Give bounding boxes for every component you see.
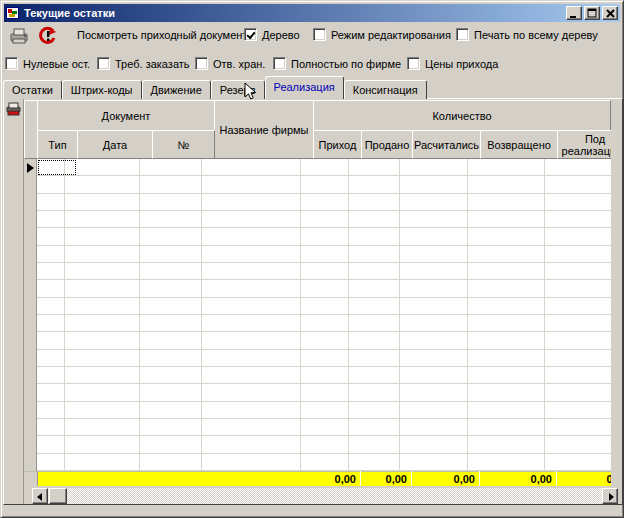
tab-ostatki-label: Остатки (12, 84, 53, 96)
custody-checkbox-box[interactable] (195, 57, 208, 70)
app-window: Текущие остатки Посмотреть приходный док… (0, 0, 624, 518)
header-col-raschitalis: Расчитались (412, 130, 481, 159)
need-order-checkbox-label: Треб. заказать (115, 58, 190, 70)
grid-print-button[interactable] (6, 102, 21, 116)
totals-empty-data (77, 471, 152, 486)
tab-ostatki[interactable]: Остатки (3, 80, 62, 99)
grid-body[interactable] (24, 159, 611, 471)
custody-checkbox[interactable]: Отв. хран. (195, 57, 265, 70)
zero-balance-checkbox-box[interactable] (5, 57, 18, 70)
header-col-vozvrashcheno: Возвращено (480, 130, 558, 159)
print-whole-tree-checkbox[interactable]: Печать по всему дереву (456, 28, 598, 41)
scroll-left-button[interactable] (32, 488, 48, 504)
refresh-button[interactable] (37, 26, 59, 48)
header-col-data: Дата (77, 130, 153, 159)
print-whole-tree-checkbox-label: Печать по всему дереву (474, 29, 598, 41)
totals-row: 0,00 0,00 0,00 0,00 0,00 (24, 471, 611, 486)
income-prices-checkbox-label: Цены прихода (425, 58, 498, 70)
grid-vline (544, 159, 545, 471)
edit-mode-checkbox-box[interactable] (313, 28, 326, 41)
grid-vline (467, 159, 468, 471)
minimize-button[interactable] (566, 6, 582, 20)
grid-corner-header (24, 100, 38, 159)
grid-vline (300, 159, 301, 471)
totals-raschitalis: 0,00 (412, 471, 479, 486)
totals-prodano: 0,00 (361, 471, 411, 486)
grid-vline (348, 159, 349, 471)
need-order-checkbox[interactable]: Треб. заказать (97, 57, 190, 70)
income-prices-checkbox-box[interactable] (407, 57, 420, 70)
zero-balance-checkbox-label: Нулевые ост. (23, 58, 90, 70)
current-row-indicator (27, 163, 34, 173)
grid-vline (64, 159, 65, 471)
custody-checkbox-label: Отв. хран. (213, 58, 265, 70)
tab-dvizhenie[interactable]: Движение (142, 80, 211, 99)
header-col-prodano: Продано (361, 130, 413, 159)
right-arrow-icon (609, 493, 614, 501)
need-order-checkbox-box[interactable] (97, 57, 110, 70)
scrollbar-thumb[interactable] (49, 488, 67, 504)
totals-empty-firm (214, 471, 313, 486)
totals-empty-tip (38, 471, 77, 486)
open-doc-label: Посмотреть приходный документ (77, 29, 247, 41)
tab-shtrih-kody-label: Штрих-коды (71, 84, 133, 96)
print-whole-tree-checkbox-box[interactable] (456, 28, 469, 41)
app-icon (6, 6, 20, 20)
window-controls (566, 6, 618, 20)
tree-checkbox[interactable]: Дерево (244, 28, 300, 41)
header-col-pod-realizaciej: Под реализацией (557, 130, 611, 159)
header-col-tip: Тип (37, 130, 78, 159)
whole-firm-checkbox-label: Полностью по фирме (291, 58, 401, 70)
scroll-right-button[interactable] (602, 488, 618, 504)
whole-firm-checkbox-box[interactable] (273, 57, 286, 70)
grid-vline (399, 159, 400, 471)
tree-checkbox-box[interactable] (244, 28, 257, 41)
header-col-firm: Название фирмы (214, 100, 314, 159)
grid-vline (201, 159, 202, 471)
grid-vline (139, 159, 140, 471)
header-group-quantity: Количество (313, 100, 611, 131)
tab-shtrih-kody[interactable]: Штрих-коды (62, 80, 142, 99)
whole-firm-checkbox[interactable]: Полностью по фирме (273, 57, 401, 70)
titlebar[interactable]: Текущие остатки (4, 4, 620, 22)
totals-prihod: 0,00 (313, 471, 360, 486)
tab-rezerv[interactable]: Резерв (211, 80, 265, 99)
tab-realizaciya[interactable]: Реализация (265, 76, 344, 99)
horizontal-scrollbar[interactable] (32, 488, 618, 504)
tab-rezerv-label: Резерв (220, 84, 256, 96)
window-title: Текущие остатки (24, 7, 566, 19)
grid-side-strip (4, 99, 24, 504)
tree-checkbox-label: Дерево (262, 29, 300, 41)
tab-bar: Остатки Штрих-коды Движение Резерв Реали… (3, 77, 427, 99)
tab-konsignaciya-label: Консигнация (353, 84, 418, 96)
edit-mode-checkbox[interactable]: Режим редактирования (313, 28, 451, 41)
maximize-button[interactable] (584, 6, 600, 20)
header-col-nomer: № (152, 130, 215, 159)
header-col-prihod: Приход (313, 130, 362, 159)
totals-empty-nomer (152, 471, 214, 486)
edit-mode-checkbox-label: Режим редактирования (331, 29, 451, 41)
tab-dvizhenie-label: Движение (151, 84, 202, 96)
totals-gutter-cell (24, 471, 38, 486)
print-button[interactable] (8, 26, 30, 48)
totals-vozvrashcheno: 0,00 (480, 471, 556, 486)
totals-pod-realizaciej: 0,00 (557, 471, 611, 486)
row-indicator-gutter (24, 159, 37, 471)
left-arrow-icon (37, 493, 42, 501)
income-prices-checkbox[interactable]: Цены прихода (407, 57, 498, 70)
header-group-document: Документ (37, 100, 215, 131)
tab-realizaciya-label: Реализация (274, 81, 335, 93)
focused-cell[interactable] (38, 160, 76, 175)
tab-konsignaciya[interactable]: Консигнация (344, 80, 427, 99)
zero-balance-checkbox[interactable]: Нулевые ост. (5, 57, 90, 70)
close-button[interactable] (602, 6, 618, 20)
data-grid[interactable]: Документ Название фирмы Количество Тип Д… (24, 100, 611, 486)
